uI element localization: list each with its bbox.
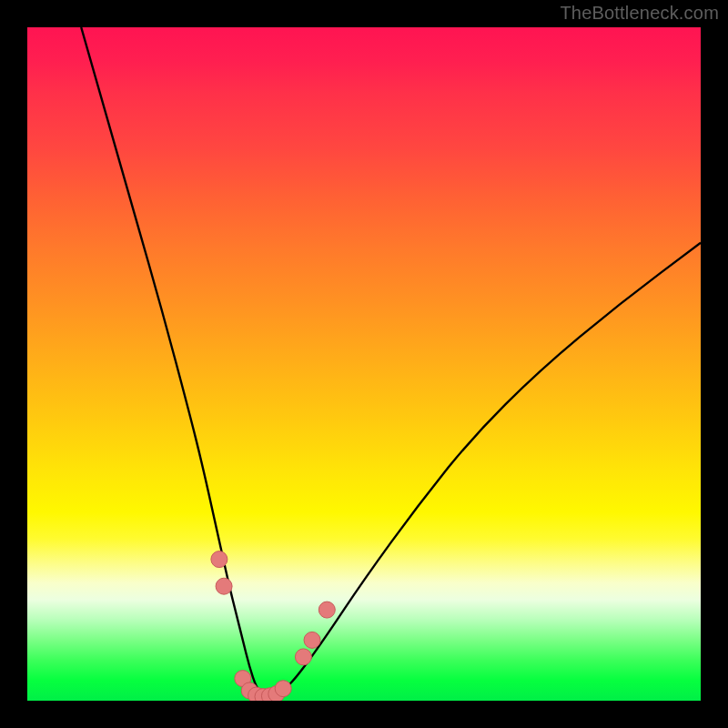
- data-point-marker: [304, 632, 320, 648]
- data-point-marker: [275, 681, 291, 697]
- data-point-marker: [295, 649, 311, 665]
- bottleneck-curve-line: [81, 27, 701, 697]
- chart-frame: TheBottleneck.com: [0, 0, 728, 728]
- data-point-marker: [211, 551, 228, 568]
- data-point-marker: [318, 602, 335, 618]
- data-point-marker: [216, 578, 232, 594]
- chart-svg: [27, 27, 701, 701]
- watermark-text: TheBottleneck.com: [560, 3, 719, 24]
- marker-group: [211, 551, 335, 701]
- plot-area: [27, 27, 701, 701]
